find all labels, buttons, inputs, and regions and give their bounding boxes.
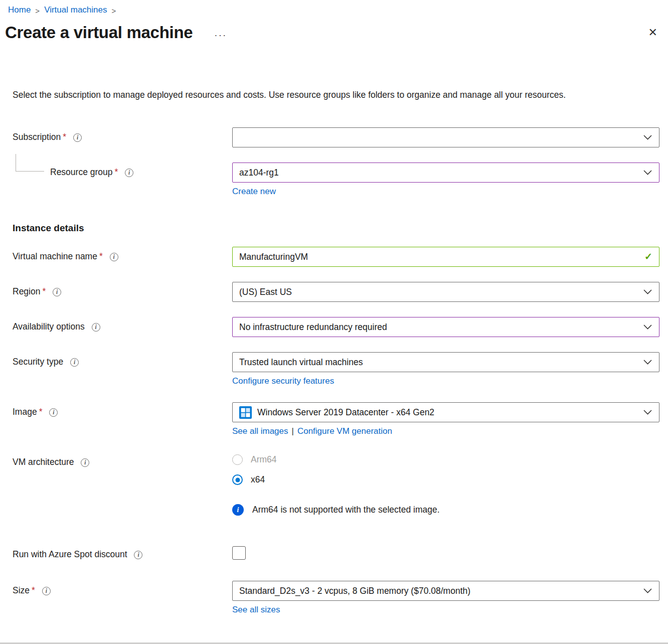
required-asterisk: * (99, 251, 103, 261)
instance-details-heading: Instance details (13, 223, 659, 234)
size-label-group: Size* i (13, 581, 232, 615)
see-all-images-link[interactable]: See all images (232, 426, 288, 436)
breadcrumb-home[interactable]: Home (8, 5, 31, 15)
info-message-text: Arm64 is not supported with the selected… (252, 505, 440, 515)
radio-arm64[interactable]: Arm64 (232, 454, 659, 465)
field-image: Image* i Windows Server 2019 Datacenter … (13, 402, 659, 436)
breadcrumb-separator-icon: > (35, 7, 40, 15)
info-icon[interactable]: i (42, 587, 51, 595)
vm-architecture-label-group: VM architecture i (13, 452, 232, 485)
radio-button-icon (232, 454, 243, 465)
resource-group-value: az104-rg1 (239, 168, 279, 178)
required-asterisk: * (63, 132, 66, 142)
field-subscription: Subscription* i (13, 127, 659, 147)
field-spot-discount: Run with Azure Spot discount i (13, 545, 659, 560)
availability-options-label: Availability options (13, 321, 85, 332)
security-type-label: Security type (13, 357, 63, 367)
region-label: Region (13, 286, 40, 296)
field-vm-architecture: VM architecture i Arm64 x64 (13, 452, 659, 485)
valid-check-icon: ✓ (644, 251, 652, 262)
size-label: Size (13, 585, 30, 595)
vm-architecture-label: VM architecture (13, 457, 74, 467)
security-type-dropdown[interactable]: Trusted launch virtual machines (232, 352, 659, 372)
subscription-dropdown[interactable] (232, 127, 659, 147)
image-dropdown[interactable]: Windows Server 2019 Datacenter - x64 Gen… (232, 402, 659, 422)
field-size: Size* i Standard_D2s_v3 - 2 vcpus, 8 GiB… (13, 581, 659, 615)
required-asterisk: * (42, 286, 46, 296)
field-region: Region* i (US) East US (13, 282, 659, 302)
create-vm-page: Home > Virtual machines > Create a virtu… (0, 0, 668, 615)
size-value: Standard_D2s_v3 - 2 vcpus, 8 GiB memory … (239, 586, 470, 596)
spot-checkbox[interactable] (232, 546, 246, 560)
radio-button-selected-icon (232, 474, 243, 485)
info-filled-icon: i (232, 504, 244, 516)
empty-label-spacer (13, 502, 232, 516)
create-new-link[interactable]: Create new (232, 187, 276, 196)
close-icon[interactable]: ✕ (646, 25, 659, 40)
link-separator: | (292, 426, 294, 436)
radio-x64[interactable]: x64 (232, 474, 659, 485)
chevron-down-icon (643, 170, 652, 175)
spot-label: Run with Azure Spot discount (13, 549, 127, 559)
chevron-down-icon (643, 360, 652, 365)
info-icon[interactable]: i (73, 133, 82, 142)
security-type-label-group: Security type i (13, 352, 232, 386)
arch-info-row: i Arm64 is not supported with the select… (13, 502, 659, 516)
region-dropdown[interactable]: (US) East US (232, 282, 659, 302)
tree-connector-line (16, 154, 44, 172)
subscription-label-group: Subscription* i (13, 127, 232, 147)
radio-arm64-label: Arm64 (251, 454, 277, 465)
info-icon[interactable]: i (110, 253, 118, 261)
field-availability-options: Availability options i No infrastructure… (13, 317, 659, 337)
field-resource-group: Resource group* i az104-rg1 Create new (13, 163, 659, 197)
chevron-down-icon (643, 325, 652, 330)
chevron-down-icon (643, 135, 652, 140)
info-icon[interactable]: i (125, 169, 133, 177)
field-security-type: Security type i Trusted launch virtual m… (13, 352, 659, 386)
resource-group-label-group: Resource group* i (13, 163, 232, 197)
security-type-value: Trusted launch virtual machines (239, 357, 363, 368)
availability-label-group: Availability options i (13, 317, 232, 337)
region-label-group: Region* i (13, 282, 232, 302)
required-asterisk: * (32, 585, 35, 595)
availability-options-dropdown[interactable]: No infrastructure redundancy required (232, 317, 659, 337)
image-label: Image (13, 407, 37, 417)
info-icon[interactable]: i (81, 458, 89, 467)
required-asterisk: * (115, 167, 118, 177)
configure-vm-generation-link[interactable]: Configure VM generation (297, 426, 392, 436)
chevron-down-icon (643, 410, 652, 415)
availability-options-value: No infrastructure redundancy required (239, 322, 387, 333)
region-value: (US) East US (239, 287, 292, 297)
vm-name-label-group: Virtual machine name* i (13, 247, 232, 267)
windows-logo-icon (239, 406, 252, 419)
info-icon[interactable]: i (70, 358, 79, 367)
breadcrumb-separator-icon: > (111, 7, 116, 15)
configure-security-features-link[interactable]: Configure security features (232, 376, 334, 386)
vm-name-label: Virtual machine name (13, 251, 97, 261)
breadcrumb-virtual-machines[interactable]: Virtual machines (44, 5, 107, 15)
title-row: Create a virtual machine ··· ✕ (5, 23, 659, 42)
required-asterisk: * (39, 407, 43, 417)
page-title: Create a virtual machine (5, 23, 193, 42)
breadcrumb: Home > Virtual machines > (8, 5, 659, 15)
intro-text: Select the subscription to manage deploy… (13, 87, 645, 103)
vm-name-input[interactable] (232, 247, 659, 267)
spot-label-group: Run with Azure Spot discount i (13, 545, 232, 560)
radio-x64-label: x64 (251, 474, 265, 485)
info-icon[interactable]: i (53, 288, 61, 296)
subscription-label: Subscription (13, 132, 61, 142)
info-icon[interactable]: i (49, 408, 58, 417)
size-dropdown[interactable]: Standard_D2s_v3 - 2 vcpus, 8 GiB memory … (232, 581, 659, 601)
info-icon[interactable]: i (92, 323, 100, 332)
more-options-icon[interactable]: ··· (214, 30, 227, 41)
see-all-sizes-link[interactable]: See all sizes (232, 605, 280, 614)
resource-group-label: Resource group (50, 167, 113, 177)
chevron-down-icon (643, 588, 652, 593)
resource-group-dropdown[interactable]: az104-rg1 (232, 163, 659, 183)
chevron-down-icon (643, 289, 652, 294)
image-value: Windows Server 2019 Datacenter - x64 Gen… (257, 407, 434, 418)
info-icon[interactable]: i (134, 551, 142, 559)
image-label-group: Image* i (13, 402, 232, 436)
basics-form: Subscription* i Resource group* i az104-… (13, 127, 659, 615)
info-message: i Arm64 is not supported with the select… (232, 502, 659, 516)
